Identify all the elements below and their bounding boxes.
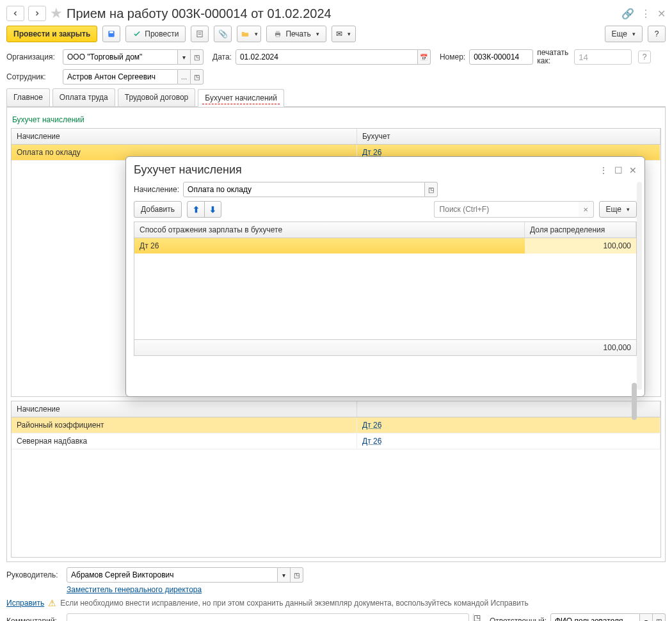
search-input[interactable] [434, 201, 579, 218]
tab-main[interactable]: Главное [6, 88, 50, 106]
mail-button[interactable]: ✉▾ [332, 26, 356, 42]
date-picker-button[interactable]: 📅 [418, 49, 431, 65]
post-button[interactable]: Провести [125, 26, 186, 42]
window-title: Прием на работу 003К-000014 от 01.02.202… [67, 6, 332, 21]
comment-label: Комментарий: [6, 617, 63, 621]
responsible-input[interactable] [550, 613, 640, 621]
warn-text: Если необходимо внести исправление, но п… [60, 599, 529, 608]
employee-label: Сотрудник: [6, 72, 59, 81]
comment-open-button[interactable]: ◳ [473, 613, 481, 621]
menu-icon[interactable]: ⋮ [641, 8, 651, 20]
responsible-label: Ответственный: [490, 617, 547, 621]
manager-input[interactable] [67, 567, 278, 583]
cell-accrual: Северная надбавка [12, 433, 357, 449]
move-down-button[interactable]: ⬇ [204, 202, 221, 217]
table-row[interactable]: Северная надбавка Дт 26 [12, 433, 660, 449]
close-icon[interactable]: ✕ [657, 8, 666, 20]
cell-accrual: Районный коэффициент [12, 417, 357, 433]
report-button[interactable] [191, 26, 209, 42]
num-input[interactable] [469, 49, 533, 65]
modal-menu-icon[interactable]: ⋮ [599, 165, 608, 175]
svg-rect-6 [276, 31, 280, 33]
forward-button[interactable] [28, 6, 46, 21]
total-share: 100,000 [525, 340, 636, 355]
cell-accounting-link[interactable]: Дт 26 [357, 433, 660, 449]
add-button[interactable]: Добавить [134, 201, 182, 218]
org-input[interactable] [63, 49, 178, 65]
accrual-input[interactable] [183, 182, 425, 197]
tab-accounting[interactable]: Бухучет начислений [198, 89, 284, 107]
search-clear-button[interactable]: ✕ [579, 201, 594, 218]
responsible-dropdown-button[interactable]: ▾ [640, 613, 653, 621]
folder-button[interactable]: ▾ [237, 26, 261, 42]
table-row[interactable]: Дт 26 100,000 [134, 238, 636, 254]
lower-col-accrual: Начисление [12, 401, 357, 417]
accrual-label: Начисление: [134, 185, 179, 194]
tab-contract[interactable]: Трудовой договор [118, 88, 195, 106]
tab-payment[interactable]: Оплата труда [52, 88, 115, 106]
cell-accounting-link[interactable]: Дт 26 [357, 417, 660, 433]
svg-rect-1 [109, 31, 113, 33]
help-button[interactable]: ? [648, 26, 666, 42]
warning-icon: ⚠ [48, 598, 56, 608]
link-icon[interactable]: 🔗 [621, 8, 634, 20]
manager-dropdown-button[interactable]: ▾ [278, 567, 291, 583]
manager-label: Руководитель: [6, 570, 63, 579]
employee-open-button[interactable]: ◳ [191, 69, 204, 85]
tabs: Главное Оплата труда Трудовой договор Бу… [6, 88, 666, 107]
modal-maximize-icon[interactable]: ☐ [614, 165, 623, 175]
cell-share: 100,000 [525, 238, 636, 254]
modal-title: Бухучет начисления [134, 163, 242, 177]
more-button[interactable]: Еще▾ [605, 26, 643, 42]
print-button[interactable]: Печать▾ [266, 26, 326, 42]
printas-help-button[interactable]: ? [638, 51, 651, 63]
favorite-icon[interactable]: ★ [50, 5, 63, 22]
printas-input[interactable] [574, 49, 632, 65]
comment-input[interactable] [67, 613, 469, 621]
modal-more-button[interactable]: Еще▾ [599, 201, 637, 218]
mcol-method: Способ отражения зарплаты в бухучете [134, 222, 525, 238]
upper-col-accrual: Начисление [12, 129, 357, 144]
back-button[interactable] [6, 6, 24, 21]
scrollbar-thumb[interactable] [632, 383, 637, 420]
org-dropdown-button[interactable]: ▾ [178, 49, 191, 65]
modal-grid: Способ отражения зарплаты в бухучете Дол… [134, 222, 637, 356]
date-input[interactable] [236, 49, 418, 65]
lower-grid: Начисление Районный коэффициент Дт 26 Се… [11, 401, 661, 558]
save-button[interactable] [102, 26, 120, 42]
fix-link[interactable]: Исправить [6, 599, 44, 608]
employee-input[interactable] [63, 69, 178, 85]
date-label: Дата: [212, 52, 232, 61]
employee-select-button[interactable]: … [178, 69, 191, 85]
table-row[interactable]: Районный коэффициент Дт 26 [12, 417, 660, 433]
mcol-share: Доля распределения [525, 222, 636, 238]
accounting-modal: Бухучет начисления ⋮ ☐ ✕ Начисление: ◳ Д… [125, 156, 645, 397]
manager-open-button[interactable]: ◳ [291, 567, 303, 583]
modal-close-icon[interactable]: ✕ [629, 165, 637, 175]
num-label: Номер: [440, 52, 465, 61]
position-link[interactable]: Заместитель генерального директора [67, 585, 202, 594]
scrollbar-track [637, 182, 642, 390]
org-label: Организация: [6, 52, 59, 61]
responsible-open-button[interactable]: ◳ [653, 613, 666, 621]
move-up-button[interactable]: ⬆ [188, 202, 204, 217]
attach-button[interactable]: 📎 [214, 26, 232, 42]
svg-rect-7 [276, 35, 280, 37]
accrual-open-button[interactable]: ◳ [425, 182, 438, 197]
cell-method: Дт 26 [134, 238, 525, 254]
upper-col-accounting: Бухучет [357, 129, 660, 144]
org-open-button[interactable]: ◳ [191, 49, 204, 65]
printas-label: печатать как: [537, 49, 570, 65]
post-and-close-button[interactable]: Провести и закрыть [6, 26, 97, 42]
section-title: Бухучет начислений [11, 110, 661, 128]
